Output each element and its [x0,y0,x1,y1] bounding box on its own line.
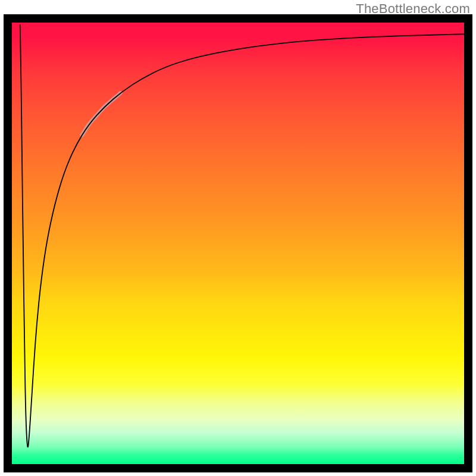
curve-highlight-segment [82,93,121,135]
curve-layer [12,23,464,464]
plot-frame [4,14,472,472]
watermark-text: TheBottleneck.com [356,1,470,17]
plot-inner [12,23,464,464]
curve-svg [12,23,464,464]
chart-stage: TheBottleneck.com [0,0,476,476]
main-curve [20,25,464,447]
